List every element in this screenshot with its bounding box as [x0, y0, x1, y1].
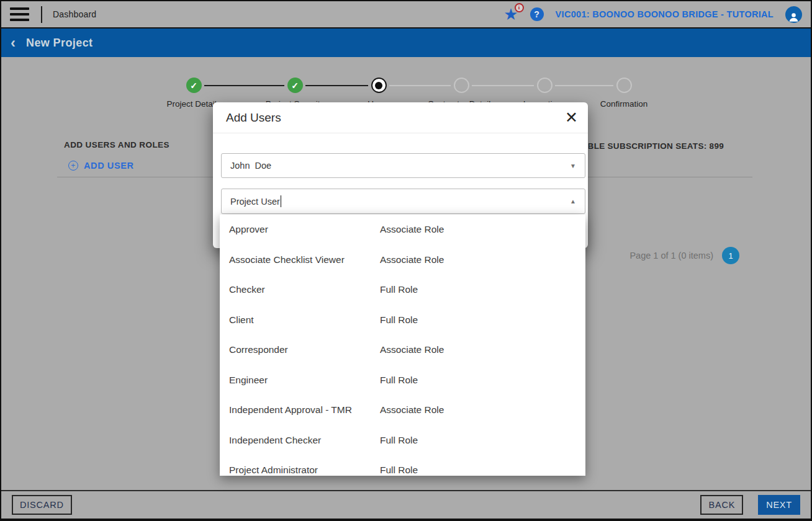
role-input-value: Project User	[230, 197, 280, 207]
close-icon[interactable]: ✕	[565, 110, 578, 125]
role-option-type: Full Role	[380, 375, 418, 386]
top-bar: Dashboard ★ i ? VIC001: BOONOO BOONOO BR…	[1, 1, 811, 29]
footer-bar: DISCARD BACK NEXT	[1, 490, 811, 519]
sub-header: ‹ New Project	[1, 29, 811, 57]
add-user-label: ADD USER	[84, 161, 134, 171]
role-option-name: Engineer	[229, 375, 380, 386]
role-option[interactable]: Project AdministratorFull Role	[220, 455, 585, 476]
favorites-button[interactable]: ★ i	[503, 7, 518, 21]
page-title: Dashboard	[53, 9, 96, 19]
user-avatar-icon[interactable]	[785, 6, 802, 23]
role-option-name: Project Administrator	[229, 465, 380, 476]
step-connector	[204, 85, 284, 86]
role-option-name: Client	[229, 314, 380, 326]
chevron-up-icon: ▲	[570, 198, 576, 205]
role-option-type: Associate Role	[380, 224, 444, 235]
role-option-name: Corresponder	[229, 344, 380, 355]
step-circle-project-security[interactable]: ✓	[287, 78, 303, 93]
pagination-text: Page 1 of 1 (0 items)	[629, 251, 713, 260]
notification-badge: i	[515, 3, 524, 12]
page-number-button[interactable]: 1	[722, 247, 739, 264]
subscription-seats-label: AVAILABLE SUBSCRIPTION SEATS: 899	[589, 141, 724, 151]
section-heading: ADD USERS AND ROLES	[64, 140, 169, 149]
back-button[interactable]: BACK	[700, 495, 743, 515]
role-option-name: Approver	[229, 224, 380, 235]
role-option-type: Full Role	[380, 314, 418, 326]
wizard-title: New Project	[26, 37, 92, 50]
discard-button[interactable]: DISCARD	[12, 495, 72, 515]
role-option[interactable]: Associate Checklist ViewerAssociate Role	[220, 245, 585, 275]
pagination: Page 1 of 1 (0 items) 1	[629, 247, 739, 264]
step-label: Confirmation	[600, 99, 648, 109]
topbar-divider	[41, 6, 42, 23]
step-circle-confirmation[interactable]	[616, 78, 632, 93]
plus-circle-icon: +	[68, 161, 78, 171]
role-option[interactable]: CorresponderAssociate Role	[220, 335, 585, 365]
text-cursor	[281, 195, 282, 207]
role-option[interactable]: ApproverAssociate Role	[220, 215, 585, 245]
role-option-type: Associate Role	[380, 404, 444, 416]
role-option-name: Independent Checker	[229, 435, 380, 446]
chevron-down-icon: ▼	[570, 163, 576, 169]
step-connector	[472, 85, 534, 86]
help-icon[interactable]: ?	[530, 7, 544, 21]
step-circle-project-details[interactable]: ✓	[186, 78, 202, 93]
role-option-name: Independent Approval - TMR	[229, 404, 380, 416]
role-option[interactable]: Independent CheckerFull Role	[220, 425, 585, 456]
user-select[interactable]: John Doe ▼	[221, 153, 585, 178]
step-circle-users[interactable]	[371, 78, 387, 93]
subscription-seats: AVAILABLE SUBSCRIPTION SEATS: 899	[589, 141, 724, 151]
role-option[interactable]: EngineerFull Role	[220, 365, 585, 396]
topbar-actions: ★ i ? VIC001: BOONOO BOONOO BRIDGE - TUT…	[503, 6, 802, 23]
role-option[interactable]: Independent Approval - TMRAssociate Role	[220, 395, 585, 425]
role-input[interactable]: Project User ▲	[221, 189, 585, 214]
role-option-name: Associate Checklist Viewer	[229, 254, 380, 265]
role-dropdown-list: ApproverAssociate RoleAssociate Checklis…	[220, 215, 585, 476]
step-circle-inspections[interactable]	[537, 78, 553, 93]
step-connector	[305, 85, 368, 86]
role-option-type: Associate Role	[380, 344, 444, 355]
step-connector	[555, 85, 613, 86]
app-window: Dashboard ★ i ? VIC001: BOONOO BOONOO BR…	[0, 0, 812, 521]
next-button[interactable]: NEXT	[758, 495, 800, 515]
user-select-value: John Doe	[230, 161, 271, 171]
role-option-type: Full Role	[380, 435, 418, 446]
role-option-name: Checker	[229, 284, 380, 295]
step-circle-contractor-details[interactable]	[454, 78, 469, 93]
footer-right: BACK NEXT	[700, 495, 800, 515]
add-user-button[interactable]: + ADD USER	[68, 161, 134, 171]
role-option[interactable]: ClientFull Role	[220, 305, 585, 336]
modal-title: Add Users	[226, 111, 281, 125]
back-chevron-icon[interactable]: ‹	[11, 35, 16, 50]
role-option[interactable]: CheckerFull Role	[220, 275, 585, 305]
step-connector	[389, 85, 451, 86]
current-project-label[interactable]: VIC001: BOONOO BOONOO BRIDGE - TUTORIAL	[556, 9, 774, 19]
hamburger-menu-icon[interactable]	[10, 7, 29, 21]
role-option-type: Associate Role	[380, 254, 444, 265]
modal-header: Add Users ✕	[213, 102, 588, 133]
role-option-type: Full Role	[380, 284, 418, 295]
role-option-type: Full Role	[380, 465, 418, 476]
